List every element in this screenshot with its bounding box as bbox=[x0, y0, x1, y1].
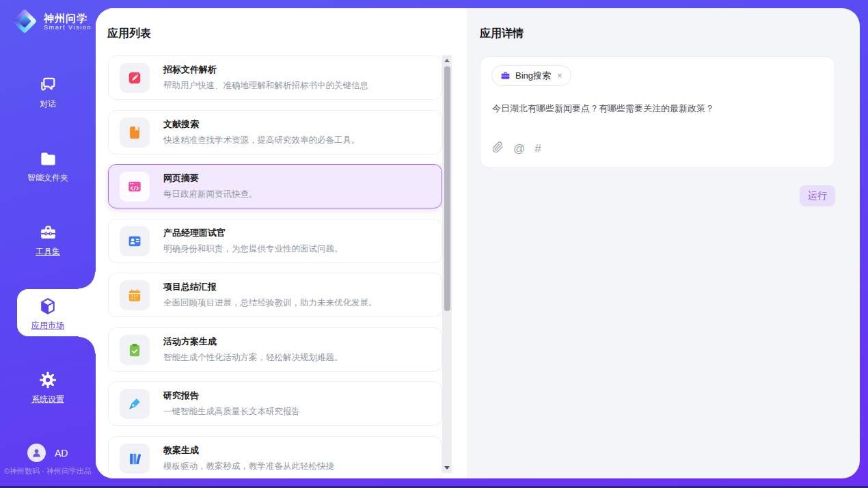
app-list-item-selected[interactable]: 网页摘要 每日政府新闻资讯快查。 bbox=[108, 164, 442, 208]
hash-icon[interactable]: # bbox=[534, 143, 541, 155]
app-desc: 模板驱动，教案秒成，教学准备从此轻松快捷 bbox=[163, 461, 334, 472]
user-account[interactable]: AD bbox=[27, 444, 68, 462]
brand-subtitle: Smart Vision bbox=[44, 24, 92, 31]
app-list-item[interactable]: 产品经理面试官 明确身份和职责，为您提供专业性的面试问题。 bbox=[108, 219, 442, 263]
scrollbar-thumb[interactable] bbox=[444, 66, 450, 311]
interview-card-icon bbox=[120, 226, 150, 256]
browser-code-icon bbox=[120, 172, 150, 202]
app-name: 教案生成 bbox=[163, 444, 334, 457]
toolbox-icon bbox=[0, 223, 96, 242]
sidebar-item-smart-folder[interactable]: 智能文件夹 bbox=[0, 149, 96, 184]
sidebar-item-label: 智能文件夹 bbox=[0, 172, 96, 184]
mention-icon[interactable]: @ bbox=[513, 143, 525, 155]
bubble-fillet-top bbox=[79, 272, 96, 289]
app-list-item[interactable]: 教案生成 模板驱动，教案秒成，教学准备从此轻松快捷 bbox=[108, 436, 442, 478]
bubble-fillet-bottom bbox=[79, 336, 96, 353]
app-list-item[interactable]: 项目总结汇报 全面回顾项目进展，总结经验教训，助力未来优化发展。 bbox=[108, 273, 442, 317]
app-window: 神州问学 Smart Vision 对话 智能文件夹 bbox=[0, 0, 868, 488]
sidebar-item-chat[interactable]: 对话 bbox=[0, 75, 96, 110]
chat-icon bbox=[0, 75, 96, 94]
tool-tag-bing-search[interactable]: Bing搜索 × bbox=[491, 65, 571, 86]
sidebar: 神州问学 Smart Vision 对话 智能文件夹 bbox=[0, 0, 96, 488]
sidebar-item-label: 对话 bbox=[0, 98, 96, 110]
content-area: 应用列表 招标文件解析 帮助用户快速、准确地理解和解析招标书中的关键信息 bbox=[96, 8, 860, 478]
app-name: 研究报告 bbox=[163, 390, 300, 402]
sidebar-item-settings[interactable]: 系统设置 bbox=[0, 370, 96, 405]
app-desc: 智能生成个性化活动方案，轻松解决规划难题。 bbox=[163, 352, 343, 364]
sidebar-footer-text: ©神州数码 · 神州问学出品 bbox=[4, 466, 96, 476]
app-name: 项目总结汇报 bbox=[163, 281, 377, 293]
app-list-item[interactable]: 研究报告 一键智能生成高质量长文本研究报告 bbox=[108, 381, 442, 426]
app-list-item[interactable]: 招标文件解析 帮助用户快速、准确地理解和解析招标书中的关键信息 bbox=[108, 55, 442, 100]
app-list-item[interactable]: 活动方案生成 智能生成个性化活动方案，轻松解决规划难题。 bbox=[108, 327, 442, 372]
sidebar-item-label: 应用市场 bbox=[0, 320, 96, 331]
avatar bbox=[27, 444, 46, 462]
app-list-item[interactable]: 文献搜索 快速精准查找学术资源，提高研究效率的必备工具。 bbox=[108, 110, 442, 154]
app-name: 网页摘要 bbox=[163, 172, 258, 185]
app-desc: 明确身份和职责，为您提供专业性的面试问题。 bbox=[163, 243, 343, 255]
app-name: 产品经理面试官 bbox=[163, 227, 343, 239]
app-desc: 一键智能生成高质量长文本研究报告 bbox=[163, 406, 300, 418]
ink-pen-icon bbox=[120, 389, 150, 419]
calendar-icon bbox=[120, 280, 150, 310]
cube-icon bbox=[0, 297, 96, 316]
scroll-down-icon[interactable] bbox=[444, 466, 450, 470]
app-list-panel: 应用列表 招标文件解析 帮助用户快速、准确地理解和解析招标书中的关键信息 bbox=[96, 8, 467, 478]
tag-close-icon[interactable]: × bbox=[557, 70, 562, 81]
app-desc: 快速精准查找学术资源，提高研究效率的必备工具。 bbox=[163, 135, 360, 146]
clipboard-check-icon bbox=[120, 335, 150, 365]
sidebar-item-app-market[interactable]: 应用市场 bbox=[0, 297, 96, 331]
brand-name: 神州问学 bbox=[44, 12, 92, 24]
gear-icon bbox=[0, 370, 96, 390]
folder-icon bbox=[0, 149, 96, 168]
user-initials: AD bbox=[55, 448, 68, 459]
briefcase-icon bbox=[500, 70, 511, 81]
app-list-title: 应用列表 bbox=[107, 27, 151, 41]
scroll-up-icon[interactable] bbox=[444, 59, 450, 62]
attachment-icon[interactable] bbox=[492, 141, 504, 156]
app-name: 活动方案生成 bbox=[163, 336, 343, 348]
app-desc: 帮助用户快速、准确地理解和解析招标书中的关键信息 bbox=[163, 80, 368, 92]
prompt-composer[interactable]: Bing搜索 × 今日湖北有哪些新闻要点？有哪些需要关注的最新政策？ @ # bbox=[480, 56, 835, 168]
brand-logo: 神州问学 Smart Vision bbox=[12, 8, 92, 34]
sidebar-item-label: 系统设置 bbox=[0, 394, 96, 405]
sidebar-item-toolset[interactable]: 工具集 bbox=[0, 223, 96, 258]
sidebar-item-label: 工具集 bbox=[0, 246, 96, 258]
list-scrollbar[interactable] bbox=[442, 55, 452, 473]
app-detail-title: 应用详情 bbox=[480, 27, 524, 41]
app-name: 招标文件解析 bbox=[163, 64, 368, 76]
run-button[interactable]: 运行 bbox=[800, 185, 835, 206]
book-icon bbox=[120, 118, 150, 148]
query-text: 今日湖北有哪些新闻要点？有哪些需要关注的最新政策？ bbox=[492, 102, 820, 115]
pen-square-icon bbox=[120, 63, 150, 93]
books-icon bbox=[120, 444, 150, 474]
brand-diamond-icon bbox=[12, 8, 38, 34]
app-name: 文献搜索 bbox=[163, 118, 360, 131]
app-desc: 全面回顾项目进展，总结经验教训，助力未来优化发展。 bbox=[163, 297, 377, 309]
tool-tag-label: Bing搜索 bbox=[515, 70, 551, 82]
app-desc: 每日政府新闻资讯快查。 bbox=[163, 189, 258, 200]
